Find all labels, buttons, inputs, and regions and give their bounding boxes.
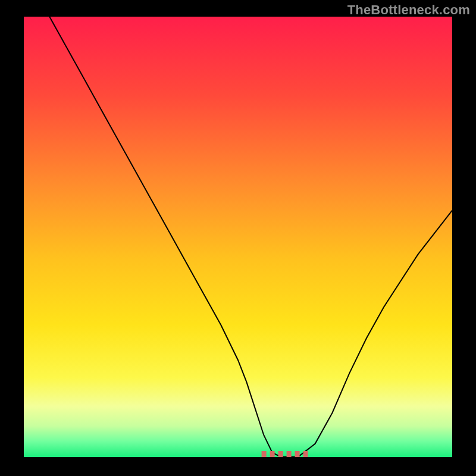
chart-svg bbox=[24, 17, 452, 457]
watermark-text: TheBottleneck.com bbox=[347, 2, 470, 18]
chart-frame: TheBottleneck.com bbox=[0, 0, 476, 476]
gradient-background bbox=[24, 17, 452, 457]
plot-area bbox=[24, 17, 452, 457]
